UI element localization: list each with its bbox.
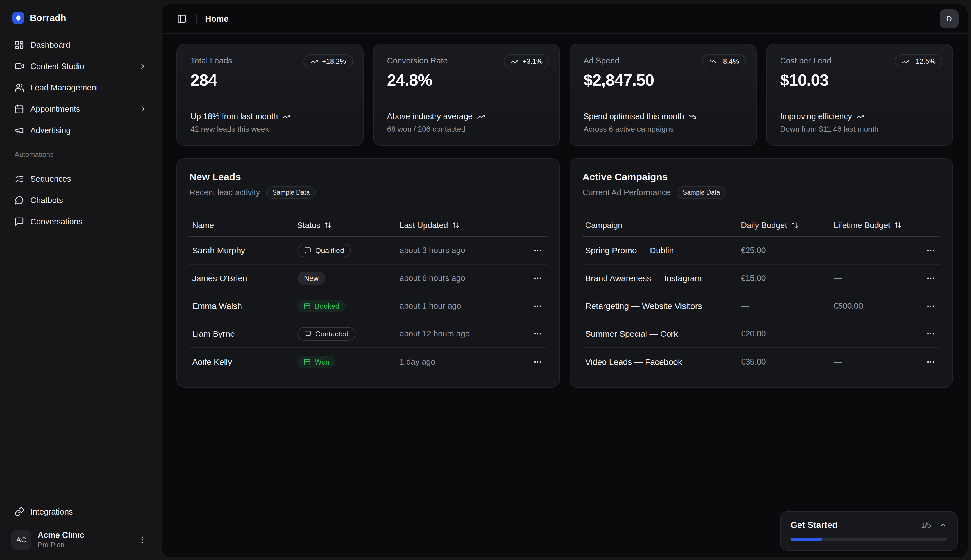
message-circle-icon	[15, 195, 24, 205]
more-horizontal-icon	[533, 301, 542, 311]
sidebar-item-label: Chatbots	[30, 196, 63, 205]
calendar-icon	[304, 358, 311, 366]
brand-name: Borradh	[30, 13, 66, 23]
chevron-right-icon	[139, 105, 147, 113]
last-updated: about 1 hour ago	[400, 301, 524, 311]
stat-detail: Down from $11.46 last month	[780, 125, 939, 134]
sort-icon	[894, 222, 902, 229]
sidebar-item-label: Advertising	[30, 126, 70, 135]
stat-value: 284	[190, 70, 350, 89]
sidebar-item-lead-management[interactable]: Lead Management	[9, 78, 152, 98]
campaign-name: Spring Promo — Dublin	[585, 246, 741, 255]
more-horizontal-icon	[926, 329, 936, 339]
dashboard-icon	[15, 40, 24, 50]
stat-trend-badge: +3.1%	[504, 55, 549, 68]
sidebar-item-content-studio[interactable]: Content Studio	[9, 56, 152, 77]
column-header: Campaign	[585, 221, 741, 230]
campaigns-table-header: CampaignDaily BudgetLifetime Budget	[582, 214, 940, 237]
lead-name: James O'Brien	[192, 273, 297, 283]
more-horizontal-icon	[533, 273, 542, 283]
table-row: Emma Walsh Booked about 1 hour ago	[189, 292, 547, 320]
sidebar-item-sequences[interactable]: Sequences	[9, 169, 152, 189]
more-vertical-icon	[138, 535, 147, 544]
chevron-up-icon	[939, 521, 947, 529]
stat-summary: Improving efficiency	[780, 112, 939, 121]
campaign-name: Summer Special — Cork	[585, 329, 741, 339]
lifetime-budget: —	[834, 273, 917, 283]
brand-button[interactable]: Borradh	[9, 8, 152, 28]
workspace-menu-button[interactable]	[135, 533, 149, 547]
panel-left-icon	[177, 14, 187, 23]
sidebar-item-label: Dashboard	[30, 40, 70, 50]
trending-down-icon	[709, 58, 717, 65]
lifetime-budget: —	[834, 329, 917, 338]
sortable-column-header[interactable]: Last Updated	[400, 221, 524, 230]
sortable-column-header[interactable]: Lifetime Budget	[834, 221, 917, 230]
row-actions-button[interactable]	[531, 244, 544, 257]
status-badge: Booked	[297, 300, 345, 312]
last-updated: 1 day ago	[400, 357, 524, 367]
status-badge: Qualified	[297, 244, 351, 257]
users-icon	[15, 83, 24, 92]
sidebar-item-label: Appointments	[30, 105, 80, 114]
stat-card: Ad Spend -8.4% $2,847.50 Spend optimised…	[569, 44, 757, 146]
table-row: Retargeting — Website Visitors — €500.00	[582, 292, 940, 320]
sidebar-item-label: Conversations	[30, 217, 82, 227]
row-actions-button[interactable]	[531, 300, 544, 313]
trending-up-icon	[310, 58, 318, 65]
row-actions-button[interactable]	[531, 355, 544, 368]
trending-up-icon	[282, 113, 290, 120]
sidebar-item-label: Lead Management	[30, 83, 98, 92]
workspace-name: Acme Clinic	[38, 530, 84, 540]
video-icon	[15, 62, 24, 71]
daily-budget: €25.00	[741, 246, 834, 255]
lifetime-budget: —	[834, 246, 917, 255]
stat-summary: Above industry average	[387, 112, 546, 121]
get-started-widget[interactable]: Get Started 1/5	[780, 511, 958, 551]
campaign-name: Retargeting — Website Visitors	[585, 301, 741, 311]
collapse-button[interactable]	[939, 521, 947, 529]
sidebar-item-appointments[interactable]: Appointments	[9, 99, 152, 119]
row-actions-button[interactable]	[924, 272, 937, 285]
table-row: Brand Awareness — Instagram €15.00 —	[582, 265, 940, 292]
calendar-icon	[15, 104, 24, 114]
table-row: Video Leads — Facebook €35.00 —	[582, 348, 940, 376]
list-checks-icon	[15, 174, 24, 184]
sidebar-item-conversations[interactable]: Conversations	[9, 212, 152, 232]
calendar-icon	[304, 302, 311, 310]
row-actions-button[interactable]	[924, 300, 937, 313]
sortable-column-header[interactable]: Daily Budget	[741, 221, 834, 230]
sidebar-item-dashboard[interactable]: Dashboard	[9, 35, 152, 55]
table-row: James O'Brien New about 6 hours ago	[189, 265, 547, 292]
row-actions-button[interactable]	[924, 244, 937, 257]
stat-trend-badge: -8.4%	[702, 55, 746, 68]
lifetime-budget: —	[834, 357, 917, 367]
table-row: Liam Byrne Contacted about 12 hours ago	[189, 320, 547, 348]
row-actions-button[interactable]	[924, 355, 937, 368]
workspace-plan: Pro Plan	[38, 541, 84, 549]
card-title: Active Campaigns	[582, 171, 940, 183]
workspace-switcher[interactable]: AC Acme Clinic Pro Plan	[9, 526, 152, 553]
sidebar-toggle-button[interactable]	[176, 13, 188, 25]
campaigns-table: CampaignDaily BudgetLifetime Budget Spri…	[582, 214, 940, 376]
user-avatar[interactable]: D	[939, 9, 959, 28]
sidebar-item-chatbots[interactable]: Chatbots	[9, 190, 152, 210]
daily-budget: €15.00	[741, 273, 834, 283]
sidebar-item-advertising[interactable]: Advertising	[9, 120, 152, 140]
row-actions-button[interactable]	[924, 327, 937, 340]
trending-down-icon	[689, 113, 696, 120]
stat-card: Total Leads +18.2% 284 Up 18% from last …	[177, 44, 364, 146]
sortable-column-header[interactable]: Status	[297, 221, 400, 230]
campaign-name: Brand Awareness — Instagram	[585, 273, 741, 283]
sidebar-item-integrations[interactable]: Integrations	[9, 502, 152, 522]
table-row: Summer Special — Cork €20.00 —	[582, 320, 940, 348]
sample-data-badge: Sample Data	[266, 187, 316, 198]
row-actions-button[interactable]	[531, 327, 544, 340]
stat-detail: Across 6 active campaigns	[584, 125, 742, 134]
more-horizontal-icon	[926, 357, 936, 367]
row-actions-button[interactable]	[531, 272, 544, 285]
table-row: Aoife Kelly Won 1 day ago	[189, 348, 547, 376]
sidebar-nav: DashboardContent StudioLead ManagementAp…	[9, 35, 152, 140]
lead-name: Sarah Murphy	[192, 246, 297, 255]
sidebar-nav-automations: SequencesChatbotsConversations	[9, 169, 152, 232]
